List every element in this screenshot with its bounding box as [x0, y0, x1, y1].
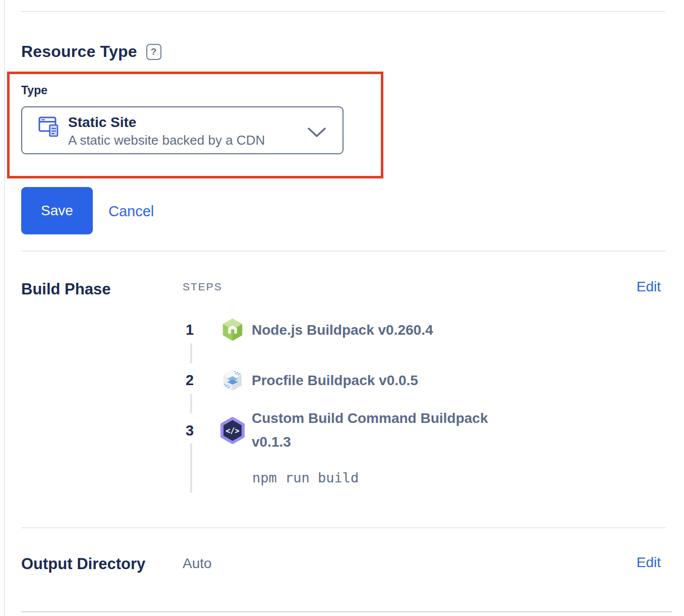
panel-left-border: [4, 0, 5, 616]
output-directory-title: Output Directory: [21, 555, 145, 573]
step-number: 2: [186, 372, 194, 389]
help-icon[interactable]: ?: [146, 44, 161, 60]
section-divider: [21, 251, 665, 252]
custom-build-command-buildpack-icon: </>: [219, 416, 246, 447]
section-divider: [21, 611, 672, 612]
build-command-text: npm run build: [252, 470, 359, 485]
step-number: 3: [186, 422, 194, 439]
procfile-buildpack-icon: [221, 368, 244, 394]
chevron-down-icon: [307, 127, 326, 140]
section-divider: [21, 527, 665, 528]
step-number: 1: [186, 321, 194, 338]
resource-type-header: Resource Type ?: [21, 42, 161, 61]
selected-option-name: Static Site: [68, 113, 265, 132]
type-field-label: Type: [21, 84, 47, 97]
step-connector-line: [190, 443, 192, 493]
output-directory-edit-button[interactable]: Edit: [637, 555, 661, 571]
section-divider: [21, 11, 665, 12]
build-phase-edit-button[interactable]: Edit: [637, 279, 661, 295]
static-site-icon: [38, 115, 62, 142]
steps-column-header: STEPS: [183, 281, 222, 293]
svg-text:</>: </>: [225, 426, 239, 436]
build-phase-title: Build Phase: [21, 280, 110, 298]
nodejs-buildpack-icon: [221, 318, 244, 344]
step-label: Procfile Buildpack v0.0.5: [252, 368, 418, 392]
cancel-button[interactable]: Cancel: [108, 203, 154, 220]
step-connector-line: [190, 394, 192, 414]
selected-option-description: A static website backed by a CDN: [68, 132, 265, 149]
dropdown-selected-option: Static Site A static website backed by a…: [68, 113, 265, 149]
step-label: Custom Build Command Buildpack v0.1.3: [252, 406, 514, 454]
settings-page: Resource Type ? Type Static Site A stati…: [0, 0, 684, 616]
resource-type-title: Resource Type: [21, 42, 137, 61]
step-connector-line: [190, 343, 192, 363]
output-directory-value: Auto: [183, 556, 212, 572]
resource-type-dropdown[interactable]: Static Site A static website backed by a…: [21, 106, 344, 154]
step-label: Node.js Buildpack v0.260.4: [252, 318, 433, 342]
save-button[interactable]: Save: [21, 187, 93, 234]
